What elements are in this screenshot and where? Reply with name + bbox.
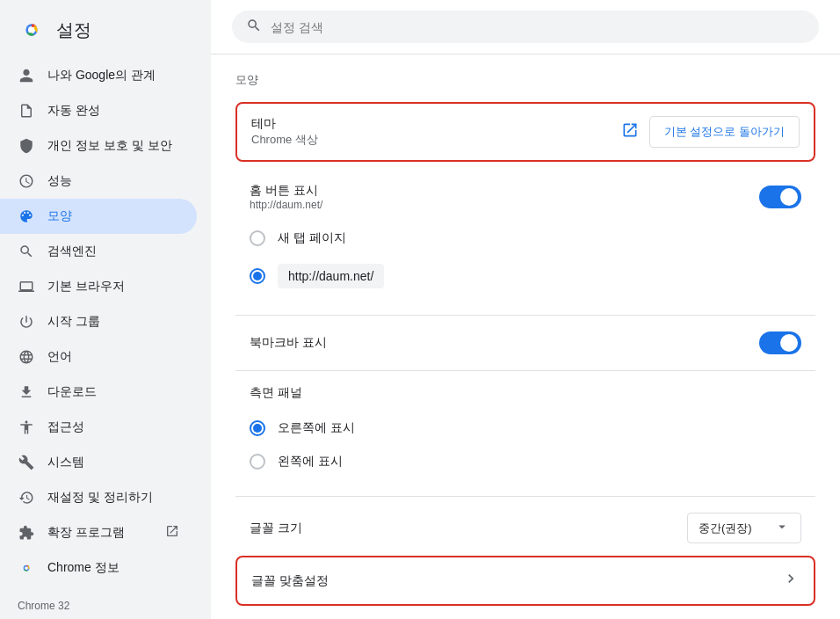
- sidebar-item-label-browser: 기본 브라우저: [47, 279, 125, 295]
- monitor-icon: [18, 278, 35, 295]
- settings-content: 모양 테마 Chrome 색상 기본 설정으로 돌아가기 홈 버튼 표시 htt…: [211, 55, 840, 619]
- sidebar-item-label-autofill: 자동 완성: [47, 103, 100, 119]
- svg-point-4: [25, 566, 28, 570]
- sidebar: 설정 나와 Google의 관계 자동 완성 개인 정보 보호 및 보안 성능 …: [0, 0, 211, 619]
- radio-label-new-tab: 새 탭 페이지: [278, 230, 346, 246]
- sidebar-item-downloads[interactable]: 다운로드: [0, 375, 197, 410]
- theme-title: 테마: [251, 116, 621, 132]
- puzzle-icon: [18, 524, 35, 542]
- font-size-value: 중간(권장): [699, 521, 752, 536]
- side-panel-radio-group: 오른쪽에 표시 왼쪽에 표시: [235, 404, 815, 485]
- radio-option-left[interactable]: 왼쪽에 표시: [250, 445, 801, 478]
- chevron-down-icon: [774, 519, 790, 537]
- home-button-row: 홈 버튼 표시 http://daum.net/: [235, 172, 815, 215]
- sidebar-item-browser[interactable]: 기본 브라우저: [0, 269, 197, 304]
- search-input[interactable]: [271, 20, 805, 34]
- sidebar-item-google[interactable]: 나와 Google의 관계: [0, 58, 197, 93]
- home-button-url: http://daum.net/: [250, 199, 322, 211]
- font-size-dropdown[interactable]: 중간(권장): [687, 513, 801, 543]
- bottom-bar: Chrome 32: [0, 593, 211, 619]
- radio-option-new-tab[interactable]: 새 탭 페이지: [250, 222, 801, 255]
- theme-row: 테마 Chrome 색상 기본 설정으로 돌아가기: [235, 102, 815, 162]
- side-panel-label: 측면 패널: [250, 385, 801, 401]
- document-icon: [18, 102, 35, 120]
- search-bar-container: [211, 0, 840, 55]
- sidebar-item-accessibility[interactable]: 접근성: [0, 410, 197, 445]
- sidebar-item-label-appearance: 모양: [47, 208, 72, 224]
- download-icon: [18, 383, 35, 401]
- home-button-toggle[interactable]: [759, 186, 801, 208]
- font-custom-label: 글꼴 맞춤설정: [251, 573, 329, 589]
- side-panel-section: 측면 패널: [235, 375, 815, 404]
- sidebar-item-label-system: 시스템: [47, 455, 84, 470]
- home-button-label: 홈 버튼 표시: [250, 183, 322, 199]
- section-title: 모양: [235, 72, 815, 88]
- radio-circle-left: [250, 454, 265, 470]
- page-title: 설정: [56, 18, 91, 42]
- theme-external-icon[interactable]: [621, 121, 639, 143]
- radio-circle-new-tab: [250, 230, 265, 246]
- external-link-icon: [165, 524, 179, 542]
- chrome-logo-icon: [18, 16, 46, 44]
- person-icon: [18, 67, 35, 84]
- sidebar-item-languages[interactable]: 언어: [0, 339, 197, 375]
- sidebar-item-label-downloads: 다운로드: [47, 384, 97, 400]
- theme-info: 테마 Chrome 색상: [251, 116, 621, 148]
- sidebar-item-label-privacy: 개인 정보 보호 및 보안: [47, 138, 172, 154]
- divider-3: [235, 496, 815, 497]
- shield-icon: [18, 137, 35, 155]
- radio-label-custom-url: http://daum.net/: [278, 264, 384, 288]
- sidebar-item-appearance[interactable]: 모양: [0, 199, 197, 234]
- bookmarks-row: 북마크바 표시: [235, 319, 815, 367]
- sidebar-item-label-search: 검색엔진: [47, 244, 97, 259]
- theme-actions: 기본 설정으로 돌아가기: [621, 116, 800, 148]
- divider-1: [235, 315, 815, 316]
- gauge-icon: [18, 172, 35, 190]
- search-icon: [246, 18, 262, 36]
- sidebar-item-label-performance: 성능: [47, 173, 72, 189]
- chevron-right-icon: [782, 570, 800, 592]
- sidebar-item-startup[interactable]: 시작 그룹: [0, 304, 197, 339]
- sidebar-item-system[interactable]: 시스템: [0, 445, 197, 480]
- sidebar-item-label-google: 나와 Google의 관계: [47, 68, 156, 84]
- wrench-icon: [18, 454, 35, 471]
- sidebar-item-label-languages: 언어: [47, 349, 72, 365]
- history-icon: [18, 489, 35, 506]
- font-size-label: 글꼴 크기: [250, 521, 302, 536]
- radio-circle-right: [250, 420, 265, 436]
- sidebar-item-label-about: Chrome 정보: [47, 560, 119, 576]
- toggle-slider: [759, 186, 801, 208]
- font-custom-row[interactable]: 글꼴 맞춤설정: [235, 556, 815, 606]
- globe-icon: [18, 348, 35, 366]
- sidebar-item-label-reset: 재설정 및 정리하기: [47, 490, 153, 506]
- sidebar-item-search[interactable]: 검색엔진: [0, 234, 197, 269]
- sidebar-item-privacy[interactable]: 개인 정보 보호 및 보안: [0, 128, 197, 164]
- bookmarks-toggle[interactable]: [759, 331, 801, 354]
- palette-icon: [18, 208, 35, 225]
- sidebar-item-label-startup: 시작 그룹: [47, 314, 100, 330]
- search-bar: [232, 11, 819, 43]
- radio-label-left: 왼쪽에 표시: [278, 454, 343, 470]
- sidebar-item-about[interactable]: Chrome 정보: [0, 550, 197, 586]
- reset-button[interactable]: 기본 설정으로 돌아가기: [649, 116, 800, 148]
- chrome-info-icon: [18, 559, 35, 577]
- radio-option-custom-url[interactable]: http://daum.net/: [250, 255, 801, 297]
- theme-subtitle: Chrome 색상: [251, 132, 621, 148]
- sidebar-item-performance[interactable]: 성능: [0, 164, 197, 199]
- font-size-row: 글꼴 크기 중간(권장): [235, 500, 815, 556]
- sidebar-item-reset[interactable]: 재설정 및 정리하기: [0, 480, 197, 515]
- sidebar-item-autofill[interactable]: 자동 완성: [0, 93, 197, 128]
- svg-point-1: [28, 26, 35, 33]
- magnify-icon: [18, 243, 35, 260]
- radio-option-right[interactable]: 오른쪽에 표시: [250, 411, 801, 445]
- sidebar-header: 설정: [0, 9, 211, 58]
- bookmarks-label: 북마크바 표시: [250, 335, 327, 351]
- main-content: 모양 테마 Chrome 색상 기본 설정으로 돌아가기 홈 버튼 표시 htt…: [211, 0, 840, 619]
- sidebar-item-label-accessibility: 접근성: [47, 419, 84, 435]
- radio-circle-custom-url: [250, 268, 265, 284]
- sidebar-item-extensions[interactable]: 확장 프로그램: [0, 515, 197, 550]
- version-label: Chrome 32: [18, 600, 69, 612]
- bookmarks-toggle-slider: [759, 331, 801, 354]
- sidebar-item-label-extensions: 확장 프로그램: [47, 525, 125, 541]
- accessibility-icon: [18, 419, 35, 436]
